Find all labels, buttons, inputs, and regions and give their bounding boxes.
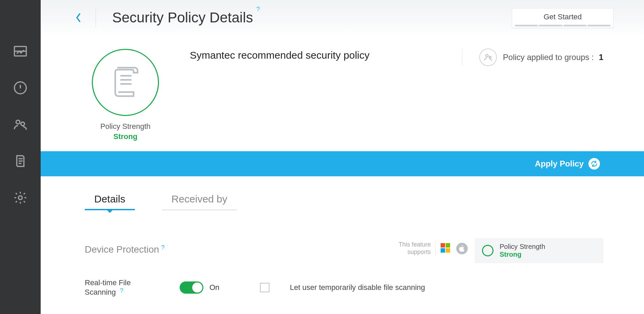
policies-icon[interactable] [13, 154, 27, 170]
alerts-icon[interactable] [13, 81, 27, 96]
setting-label: Real-time File Scanning ? [85, 278, 159, 297]
policy-strength-label: Policy Strength [88, 122, 163, 131]
groups-applied-text: Policy applied to groups : 1 [503, 53, 603, 62]
setting-row-realtime-scan: Real-time File Scanning ? On Let user te… [85, 278, 603, 297]
strength-ring-icon [482, 245, 494, 256]
realtime-scan-toggle[interactable] [180, 281, 203, 294]
page-header: Security Policy Details? Get Started [41, 0, 644, 35]
back-button[interactable] [75, 14, 82, 21]
policy-scroll-icon [92, 49, 159, 116]
svg-point-2 [16, 120, 20, 124]
page-title-text: Security Policy Details [112, 9, 253, 25]
disable-scan-checkbox[interactable] [260, 283, 269, 292]
card-strength-value: Strong [500, 251, 545, 258]
apply-sync-icon [588, 158, 600, 170]
svg-point-3 [21, 122, 25, 126]
divider [436, 241, 436, 256]
dashboard-icon[interactable] [13, 44, 27, 60]
groups-applied-count: 1 [596, 53, 603, 62]
supports-line1: This feature [399, 241, 431, 249]
details-panel: Device Protection ? This feature support… [41, 210, 644, 297]
settings-icon[interactable] [13, 191, 27, 206]
progress-steps [515, 25, 610, 26]
setting-label-text: Real-time File Scanning [85, 278, 131, 296]
policy-strength-value: Strong [88, 132, 163, 141]
apply-policy-button[interactable]: Apply Policy [535, 158, 600, 170]
section-title: Device Protection [85, 244, 159, 255]
main-area: Security Policy Details? Get Started Pol… [41, 0, 644, 314]
policy-strength-badge: Policy Strength Strong [88, 49, 163, 141]
policy-description: Symantec recommended security policy [190, 50, 369, 61]
page-title: Security Policy Details? [112, 9, 260, 26]
users-icon[interactable] [13, 117, 27, 133]
step-segment [563, 25, 586, 26]
policy-strength-card: Policy Strength Strong [475, 238, 603, 263]
groups-applied-block: Policy applied to groups : 1 [462, 49, 603, 66]
step-segment [587, 25, 610, 26]
toggle-state-label: On [209, 283, 219, 292]
get-started-label: Get Started [515, 13, 610, 21]
apply-policy-label: Apply Policy [535, 159, 584, 169]
supports-line2: supports [399, 249, 431, 256]
groups-applied-label: Policy applied to groups : [503, 53, 594, 62]
svg-point-6 [489, 56, 491, 58]
supports-block: This feature supports [399, 241, 468, 256]
step-segment [539, 25, 562, 26]
toggle-group: On [180, 281, 219, 294]
get-started-card[interactable]: Get Started [512, 8, 613, 28]
sidebar-nav [0, 0, 41, 314]
apply-policy-bar: Apply Policy [41, 151, 644, 176]
groups-icon [479, 48, 497, 66]
policy-summary: Policy Strength Strong Symantec recommen… [41, 35, 644, 151]
tab-received-by[interactable]: Received by [162, 193, 237, 210]
supports-text: This feature supports [399, 241, 431, 256]
step-segment [515, 25, 538, 26]
help-icon[interactable]: ? [120, 287, 123, 294]
svg-point-4 [18, 196, 22, 199]
apple-icon [456, 243, 468, 254]
help-icon[interactable]: ? [161, 244, 164, 251]
header-divider [96, 8, 96, 27]
disable-scan-checkbox-label: Let user temporarily disable file scanni… [290, 283, 425, 292]
svg-point-5 [486, 55, 488, 57]
help-icon[interactable]: ? [256, 6, 260, 13]
tab-details[interactable]: Details [85, 193, 135, 210]
windows-icon [441, 243, 451, 254]
card-strength-label: Policy Strength [500, 243, 545, 251]
tab-row: Details Received by [41, 176, 644, 210]
